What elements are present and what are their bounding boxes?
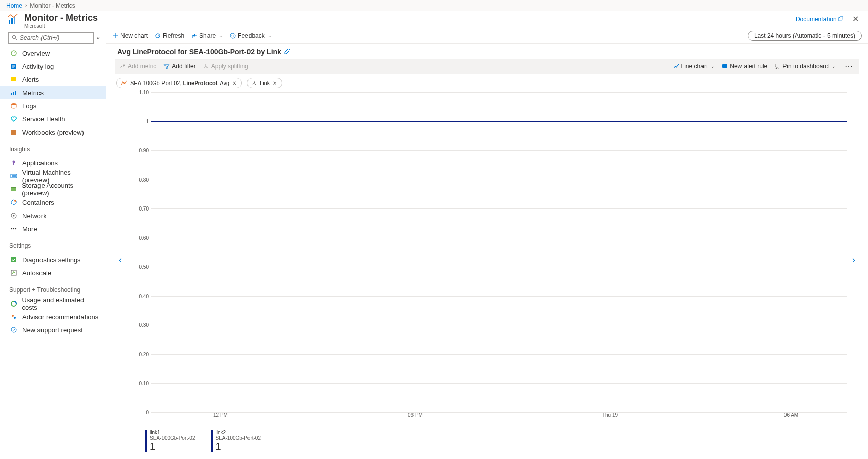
sidebar-item-service-health[interactable]: Service Health [0,112,106,126]
sidebar-item-label: Network [22,212,47,220]
sidebar-group-settings: Settings [0,235,106,252]
more-icon [9,225,18,233]
svg-point-30 [230,33,235,38]
sidebar-item-new-support-request[interactable]: ?New support request [0,323,106,337]
network-icon [9,212,18,220]
add-filter-button[interactable]: Add filter [163,63,195,70]
grid-line [151,208,847,209]
sidebar-item-autoscale[interactable]: Autoscale [0,266,106,279]
sidebar-item-label: Overview [22,50,50,57]
sidebar-item-alerts[interactable]: Alerts [0,73,106,86]
feedback-button[interactable]: Feedback⌄ [230,32,272,39]
sidebar-item-virtual-machines-preview-[interactable]: Virtual Machines (preview) [0,170,106,183]
containers-icon [9,198,18,206]
y-tick: 0 [146,410,149,415]
add-metric-icon [119,63,126,69]
y-tick: 0.20 [139,351,149,357]
y-tick: 0.70 [139,206,149,212]
svg-rect-14 [12,175,16,177]
sidebar-item-usage-and-estimated-costs[interactable]: Usage and estimated costs [0,297,106,310]
share-button[interactable]: Share⌄ [191,32,223,39]
sidebar: Search (Ctrl+/) « OverviewActivity logAl… [0,28,106,459]
svg-point-17 [14,200,16,202]
sidebar-item-logs[interactable]: Logs [0,99,106,112]
y-tick: 0.80 [139,177,149,182]
sidebar-item-applications[interactable]: Applications [0,156,106,170]
sidebar-item-more[interactable]: More [0,222,106,235]
chevron-right-icon: › [25,3,27,8]
search-input[interactable]: Search (Ctrl+/) [8,32,94,44]
main-content: New chart Refresh Share⌄ Feedback⌄ Last … [106,28,868,459]
y-tick: 0.40 [139,293,149,299]
x-tick: 12 PM [213,412,228,418]
breadcrumb-home[interactable]: Home [6,2,22,9]
pin-dashboard-button[interactable]: Pin to dashboard⌄ [774,63,836,70]
chart-prev-button[interactable]: ‹ [115,92,126,428]
more-options-button[interactable]: ⋯ [843,62,855,71]
sidebar-item-overview[interactable]: Overview [0,47,106,60]
filter-chips: SEA-100Gb-Port-02, LineProtocol, Avg ✕ L… [115,74,859,92]
activity-icon [9,62,18,70]
pin-icon [774,63,780,69]
sidebar-item-network[interactable]: Network [0,209,106,222]
remove-split-chip[interactable]: ✕ [273,80,277,86]
y-tick: 0.90 [139,148,149,153]
grid-line [151,238,847,238]
legend-item-link1[interactable]: link1SEA-100Gb-Port-021 [145,430,195,452]
sidebar-item-label: Activity log [22,63,54,70]
sidebar-item-activity-log[interactable]: Activity log [0,60,106,73]
refresh-icon [155,33,161,39]
sidebar-item-label: Storage Accounts (preview) [22,182,99,197]
sidebar-item-containers[interactable]: Containers [0,196,106,209]
alerts-icon [9,75,18,84]
metric-chip[interactable]: SEA-100Gb-Port-02, LineProtocol, Avg ✕ [116,78,242,88]
split-chip-icon [252,80,257,86]
edit-title-button[interactable] [284,48,291,56]
y-tick: 1 [146,118,149,124]
autoscale-icon [9,269,18,277]
grid-line [151,92,847,93]
time-range-picker[interactable]: Last 24 hours (Automatic - 5 minutes) [748,31,862,41]
chart-canvas[interactable]: 1.1010.900.800.700.600.500.400.300.200.1… [126,92,849,428]
close-button[interactable]: ✕ [850,14,861,24]
chart-next-button[interactable]: › [849,92,859,428]
legend-value: 1 [216,441,261,452]
documentation-link[interactable]: Documentation [796,16,843,23]
grid-line [151,354,847,355]
sidebar-item-metrics[interactable]: Metrics [0,86,106,99]
metrics-icon [9,89,18,97]
breadcrumb: Home › Monitor - Metrics [0,0,868,11]
grid-line [151,296,847,297]
sidebar-item-storage-accounts-preview-[interactable]: Storage Accounts (preview) [0,183,106,196]
y-tick: 0.60 [139,235,149,240]
add-metric-button[interactable]: Add metric [119,63,156,70]
new-chart-button[interactable]: New chart [112,32,148,39]
chart-type-dropdown[interactable]: Line chart⌄ [673,63,715,70]
apply-splitting-button[interactable]: Apply splitting [203,63,249,70]
refresh-button[interactable]: Refresh [155,32,184,39]
sidebar-item-diagnostics-settings[interactable]: Diagnostics settings [0,253,106,266]
legend-item-link2[interactable]: link2SEA-100Gb-Port-021 [211,430,261,452]
sidebar-item-label: Autoscale [22,269,51,277]
monitor-logo-icon [7,13,20,26]
remove-metric-chip[interactable]: ✕ [232,80,236,86]
grid-line [151,325,847,325]
usage-icon [9,300,18,308]
sidebar-item-workbooks-preview-[interactable]: Workbooks (preview) [0,126,106,139]
sidebar-item-label: Alerts [22,76,39,84]
workbooks-icon [9,128,18,136]
svg-rect-34 [722,64,727,68]
split-chip[interactable]: Link ✕ [247,78,282,88]
legend-resource-name: SEA-100Gb-Port-02 [216,435,261,441]
grid-line [151,180,847,180]
y-tick: 1.10 [139,90,149,95]
chart-legend: link1SEA-100Gb-Port-021link2SEA-100Gb-Po… [115,428,859,454]
pencil-icon [284,48,291,54]
external-link-icon [838,16,843,23]
new-alert-rule-button[interactable]: New alert rule [722,63,767,70]
sidebar-item-advisor-recommendations[interactable]: Advisor recommendations [0,310,106,323]
applications-icon [9,159,18,167]
collapse-sidebar-button[interactable]: « [96,34,101,42]
svg-point-26 [12,315,14,317]
logs-icon [9,102,18,110]
